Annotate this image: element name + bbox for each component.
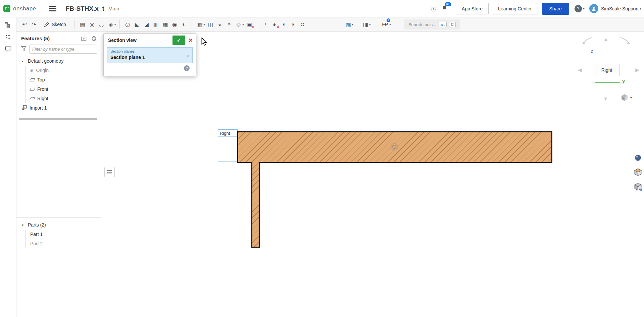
filter-row — [16, 44, 101, 56]
learning-center-button[interactable]: Learning Center — [492, 3, 538, 14]
pencil-icon — [44, 22, 49, 27]
onshape-logo-text: onshape — [13, 5, 36, 12]
delete-x-badge: × — [252, 25, 254, 29]
move-face-icon[interactable]: ◖ — [279, 20, 288, 29]
rollback-bar[interactable] — [19, 118, 97, 120]
filter-input[interactable] — [29, 45, 97, 54]
filter-icon[interactable] — [21, 46, 26, 52]
feature-list-flyout-button[interactable] — [104, 167, 115, 177]
view-cube-face-label: Right — [601, 67, 612, 73]
notifications-button[interactable]: 9+ — [441, 5, 448, 13]
tree-item-origin[interactable]: ◉ Origin — [26, 66, 101, 75]
workspace-name[interactable]: Main — [108, 6, 119, 11]
cancel-button[interactable]: × — [189, 37, 193, 44]
part-item-2[interactable]: Part 2 — [26, 239, 101, 248]
dialog-help-icon[interactable]: ? — [184, 65, 190, 71]
shell-icon[interactable]: ▦ — [160, 20, 170, 29]
share-button[interactable]: Share — [542, 3, 569, 15]
search-tools-input[interactable]: Search tools... alt C — [404, 19, 460, 29]
chamfer-icon[interactable]: ◣ — [132, 20, 142, 29]
sketch-button[interactable]: Sketch — [40, 19, 70, 30]
section-cube-icon[interactable] — [634, 168, 642, 178]
section-planes-label: Section planes — [110, 49, 189, 53]
section-cut-web[interactable] — [251, 162, 260, 248]
tree-item-front-plane[interactable]: Front — [26, 84, 101, 94]
avatar[interactable] — [589, 4, 598, 13]
features-title: Features (5) — [21, 36, 77, 41]
redo-icon[interactable]: ↷ — [29, 20, 39, 29]
rib-icon[interactable]: ▥ — [151, 20, 160, 29]
tree-item-label: Default geometry — [28, 58, 64, 64]
tree-item-default-geometry[interactable]: ▾ Default geometry — [16, 56, 101, 66]
comments-icon[interactable] — [5, 46, 11, 53]
view-cube-dropdown[interactable]: ▾ — [621, 94, 632, 101]
thicken-icon[interactable]: ◐ — [179, 20, 189, 29]
rotate-left-arrow[interactable]: ◀ — [578, 67, 582, 73]
app-store-button[interactable]: App Store — [456, 3, 489, 14]
chevron-down-icon[interactable]: ▾ — [22, 59, 25, 63]
section-plane-outline[interactable]: Right — [218, 129, 238, 162]
delete-face-icon[interactable]: ◕ × — [269, 20, 279, 29]
mirror-icon[interactable]: ◫ — [206, 20, 215, 29]
sweep-icon[interactable]: ◡ — [97, 20, 106, 29]
feature-tree-panel-icon[interactable] — [5, 22, 11, 29]
rotate-curved-arrows[interactable] — [581, 36, 631, 45]
tree-item-label: Front — [37, 86, 48, 92]
featurescript-notices-icon[interactable]: {/} — [431, 6, 436, 11]
split-icon[interactable]: ◓ — [225, 20, 234, 29]
list-icon — [107, 170, 112, 175]
extrude-icon[interactable]: ▤ — [78, 20, 87, 29]
feature-panel: Features (5) ▾ — [16, 32, 101, 317]
tree-item-right-plane[interactable]: Right — [26, 94, 101, 103]
tree-item-import-1[interactable]: Import 1 — [16, 103, 101, 113]
section-plane-value: Section plane 1 — [110, 55, 145, 60]
transform-icon[interactable]: ◇ — [234, 20, 243, 29]
onshape-logo[interactable]: onshape — [3, 5, 36, 12]
delete-part-icon[interactable]: ▣ × — [244, 20, 254, 29]
replace-face-icon[interactable]: ◗ — [288, 20, 298, 29]
rotate-right-arrow[interactable]: ▶ — [635, 67, 639, 73]
loft-icon[interactable]: ◈ — [106, 20, 115, 29]
draft-icon[interactable]: ◢ — [142, 20, 151, 29]
document-title[interactable]: FB-STHX.x_t — [66, 5, 104, 12]
named-views-icon[interactable]: ▧ — [343, 20, 353, 29]
clear-selection-icon[interactable]: × — [186, 53, 189, 59]
tree-item-label: Import 1 — [30, 105, 47, 111]
help-icon[interactable]: ? — [575, 5, 582, 12]
y-axis-label: Y — [622, 79, 625, 84]
part-label: Part 1 — [30, 232, 43, 237]
rotate-down-arrow[interactable]: ▼ — [603, 96, 608, 102]
hole-icon[interactable]: ◉ — [170, 20, 179, 29]
user-icon — [591, 6, 596, 11]
right-dock — [634, 154, 642, 192]
user-menu-caret-icon[interactable]: ▾ — [640, 7, 641, 10]
section-planes-field[interactable]: Section planes Section plane 1 × — [107, 47, 193, 63]
keycap-alt: alt — [439, 22, 447, 27]
view-cube-face[interactable]: Right — [594, 64, 620, 76]
offset-surface-icon[interactable]: ◘ — [298, 20, 307, 29]
chevron-down-icon[interactable]: ▾ — [22, 223, 25, 227]
undo-icon[interactable]: ↶ — [20, 20, 29, 29]
rollback-history-icon[interactable] — [91, 36, 97, 41]
modify-fillet-icon[interactable]: ◔ — [260, 20, 269, 29]
custom-features-dropdown[interactable]: FP 1 ▾ — [380, 19, 393, 29]
exploded-cube-icon[interactable] — [634, 183, 642, 192]
create-folder-icon[interactable] — [81, 36, 87, 41]
boolean-icon[interactable]: ◒ — [215, 20, 225, 29]
tree-item-top-plane[interactable]: Top — [26, 75, 101, 84]
confirm-button[interactable]: ✓ — [172, 36, 185, 45]
section-center-marker[interactable] — [391, 143, 398, 150]
help-caret-icon[interactable]: ▾ — [583, 7, 585, 10]
parts-header[interactable]: ▾ Parts (2) — [16, 220, 101, 230]
fillet-icon[interactable]: ◵ — [123, 20, 132, 29]
insert-items-icon[interactable] — [5, 34, 11, 42]
display-modes-icon[interactable]: ◨ — [361, 20, 370, 29]
hamburger-menu-icon[interactable] — [49, 6, 56, 11]
revolve-icon[interactable]: ◎ — [87, 20, 97, 29]
top-bar: onshape FB-STHX.x_t Main {/} 9+ App Stor… — [0, 0, 644, 17]
chevron-down-icon: ▾ — [630, 96, 632, 100]
linear-pattern-icon[interactable]: ▩ — [195, 20, 204, 29]
part-item-1[interactable]: Part 1 — [26, 230, 101, 239]
user-name[interactable]: SimScale Support — [601, 6, 639, 11]
render-sphere-icon[interactable] — [634, 154, 642, 163]
